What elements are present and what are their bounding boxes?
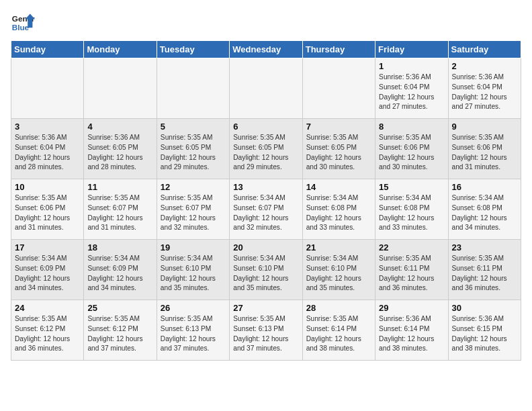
header: General Blue <box>11 11 521 35</box>
day-info: Sunrise: 5:34 AM Sunset: 6:07 PM Dayligh… <box>233 193 298 233</box>
day-info: Sunrise: 5:35 AM Sunset: 6:12 PM Dayligh… <box>87 314 152 354</box>
day-info: Sunrise: 5:35 AM Sunset: 6:06 PM Dayligh… <box>452 133 517 173</box>
calendar-cell: 23Sunrise: 5:35 AM Sunset: 6:11 PM Dayli… <box>448 240 521 300</box>
day-number: 30 <box>452 303 517 313</box>
day-info: Sunrise: 5:35 AM Sunset: 6:07 PM Dayligh… <box>161 193 226 233</box>
day-number: 13 <box>233 182 298 192</box>
day-number: 17 <box>15 242 80 253</box>
logo: General Blue <box>11 11 35 35</box>
calendar-cell: 18Sunrise: 5:34 AM Sunset: 6:09 PM Dayli… <box>84 240 157 300</box>
calendar-cell <box>230 58 302 119</box>
calendar-cell: 5Sunrise: 5:35 AM Sunset: 6:05 PM Daylig… <box>157 119 229 179</box>
day-info: Sunrise: 5:35 AM Sunset: 6:06 PM Dayligh… <box>15 193 80 233</box>
calendar-cell: 8Sunrise: 5:35 AM Sunset: 6:06 PM Daylig… <box>375 119 448 179</box>
logo-icon: General Blue <box>11 11 35 35</box>
calendar-cell: 13Sunrise: 5:34 AM Sunset: 6:07 PM Dayli… <box>230 179 302 240</box>
day-number: 19 <box>161 242 226 253</box>
day-number: 9 <box>452 122 517 132</box>
day-info: Sunrise: 5:35 AM Sunset: 6:11 PM Dayligh… <box>379 254 444 293</box>
day-info: Sunrise: 5:36 AM Sunset: 6:05 PM Dayligh… <box>87 133 152 173</box>
calendar-cell: 22Sunrise: 5:35 AM Sunset: 6:11 PM Dayli… <box>375 240 448 300</box>
day-number: 21 <box>306 242 371 253</box>
day-info: Sunrise: 5:34 AM Sunset: 6:10 PM Dayligh… <box>233 254 298 293</box>
day-info: Sunrise: 5:35 AM Sunset: 6:05 PM Dayligh… <box>233 133 298 173</box>
calendar-cell: 7Sunrise: 5:35 AM Sunset: 6:05 PM Daylig… <box>302 119 375 179</box>
day-number: 10 <box>15 182 80 192</box>
weekday-header-wednesday: Wednesday <box>230 41 302 58</box>
day-number: 18 <box>87 242 152 253</box>
calendar-cell: 25Sunrise: 5:35 AM Sunset: 6:12 PM Dayli… <box>84 300 157 361</box>
calendar-cell: 10Sunrise: 5:35 AM Sunset: 6:06 PM Dayli… <box>11 179 84 240</box>
day-number: 12 <box>161 182 226 192</box>
calendar-cell: 12Sunrise: 5:35 AM Sunset: 6:07 PM Dayli… <box>157 179 229 240</box>
day-info: Sunrise: 5:36 AM Sunset: 6:04 PM Dayligh… <box>15 133 80 173</box>
calendar-cell: 29Sunrise: 5:36 AM Sunset: 6:14 PM Dayli… <box>375 300 448 361</box>
day-number: 25 <box>87 303 152 313</box>
day-number: 22 <box>379 242 444 253</box>
day-info: Sunrise: 5:34 AM Sunset: 6:10 PM Dayligh… <box>161 254 226 293</box>
day-number: 24 <box>15 303 80 313</box>
day-info: Sunrise: 5:35 AM Sunset: 6:14 PM Dayligh… <box>306 314 371 354</box>
calendar-cell: 6Sunrise: 5:35 AM Sunset: 6:05 PM Daylig… <box>230 119 302 179</box>
svg-text:Blue: Blue <box>12 23 30 32</box>
day-info: Sunrise: 5:36 AM Sunset: 6:14 PM Dayligh… <box>379 314 444 354</box>
calendar-cell: 17Sunrise: 5:34 AM Sunset: 6:09 PM Dayli… <box>11 240 84 300</box>
day-info: Sunrise: 5:35 AM Sunset: 6:11 PM Dayligh… <box>452 254 517 293</box>
day-number: 5 <box>161 122 226 132</box>
day-info: Sunrise: 5:34 AM Sunset: 6:09 PM Dayligh… <box>15 254 80 293</box>
day-number: 26 <box>161 303 226 313</box>
day-info: Sunrise: 5:36 AM Sunset: 6:04 PM Dayligh… <box>452 73 517 112</box>
day-number: 1 <box>379 61 444 71</box>
day-info: Sunrise: 5:34 AM Sunset: 6:08 PM Dayligh… <box>306 193 371 233</box>
day-info: Sunrise: 5:34 AM Sunset: 6:09 PM Dayligh… <box>87 254 152 293</box>
day-info: Sunrise: 5:35 AM Sunset: 6:13 PM Dayligh… <box>233 314 298 354</box>
calendar-cell: 1Sunrise: 5:36 AM Sunset: 6:04 PM Daylig… <box>375 58 448 119</box>
weekday-header-thursday: Thursday <box>302 41 375 58</box>
calendar-cell <box>11 58 84 119</box>
weekday-header-friday: Friday <box>375 41 448 58</box>
calendar-cell: 30Sunrise: 5:36 AM Sunset: 6:15 PM Dayli… <box>448 300 521 361</box>
day-number: 14 <box>306 182 371 192</box>
calendar-cell: 21Sunrise: 5:34 AM Sunset: 6:10 PM Dayli… <box>302 240 375 300</box>
day-info: Sunrise: 5:35 AM Sunset: 6:05 PM Dayligh… <box>306 133 371 173</box>
day-number: 28 <box>306 303 371 313</box>
day-number: 20 <box>233 242 298 253</box>
day-number: 23 <box>452 242 517 253</box>
calendar-cell: 14Sunrise: 5:34 AM Sunset: 6:08 PM Dayli… <box>302 179 375 240</box>
day-info: Sunrise: 5:34 AM Sunset: 6:08 PM Dayligh… <box>452 193 517 233</box>
calendar-cell: 9Sunrise: 5:35 AM Sunset: 6:06 PM Daylig… <box>448 119 521 179</box>
calendar-cell: 24Sunrise: 5:35 AM Sunset: 6:12 PM Dayli… <box>11 300 84 361</box>
calendar-cell <box>302 58 375 119</box>
day-number: 7 <box>306 122 371 132</box>
calendar-cell: 28Sunrise: 5:35 AM Sunset: 6:14 PM Dayli… <box>302 300 375 361</box>
day-number: 29 <box>379 303 444 313</box>
day-info: Sunrise: 5:34 AM Sunset: 6:08 PM Dayligh… <box>379 193 444 233</box>
day-number: 3 <box>15 122 80 132</box>
day-info: Sunrise: 5:34 AM Sunset: 6:10 PM Dayligh… <box>306 254 371 293</box>
calendar-cell: 16Sunrise: 5:34 AM Sunset: 6:08 PM Dayli… <box>448 179 521 240</box>
weekday-header-saturday: Saturday <box>448 41 521 58</box>
calendar-cell: 2Sunrise: 5:36 AM Sunset: 6:04 PM Daylig… <box>448 58 521 119</box>
day-number: 2 <box>452 61 517 71</box>
weekday-header-tuesday: Tuesday <box>157 41 229 58</box>
calendar-cell: 4Sunrise: 5:36 AM Sunset: 6:05 PM Daylig… <box>84 119 157 179</box>
weekday-header-monday: Monday <box>84 41 157 58</box>
calendar-cell: 3Sunrise: 5:36 AM Sunset: 6:04 PM Daylig… <box>11 119 84 179</box>
day-info: Sunrise: 5:35 AM Sunset: 6:05 PM Dayligh… <box>161 133 226 173</box>
day-number: 8 <box>379 122 444 132</box>
day-number: 16 <box>452 182 517 192</box>
calendar-cell: 20Sunrise: 5:34 AM Sunset: 6:10 PM Dayli… <box>230 240 302 300</box>
calendar-cell: 11Sunrise: 5:35 AM Sunset: 6:07 PM Dayli… <box>84 179 157 240</box>
day-info: Sunrise: 5:35 AM Sunset: 6:12 PM Dayligh… <box>15 314 80 354</box>
day-info: Sunrise: 5:35 AM Sunset: 6:07 PM Dayligh… <box>87 193 152 233</box>
weekday-header-sunday: Sunday <box>11 41 84 58</box>
calendar-cell: 19Sunrise: 5:34 AM Sunset: 6:10 PM Dayli… <box>157 240 229 300</box>
day-number: 15 <box>379 182 444 192</box>
calendar-cell <box>157 58 229 119</box>
calendar-cell: 15Sunrise: 5:34 AM Sunset: 6:08 PM Dayli… <box>375 179 448 240</box>
day-number: 27 <box>233 303 298 313</box>
day-info: Sunrise: 5:35 AM Sunset: 6:06 PM Dayligh… <box>379 133 444 173</box>
calendar-cell: 27Sunrise: 5:35 AM Sunset: 6:13 PM Dayli… <box>230 300 302 361</box>
day-number: 4 <box>87 122 152 132</box>
day-info: Sunrise: 5:36 AM Sunset: 6:04 PM Dayligh… <box>379 73 444 112</box>
